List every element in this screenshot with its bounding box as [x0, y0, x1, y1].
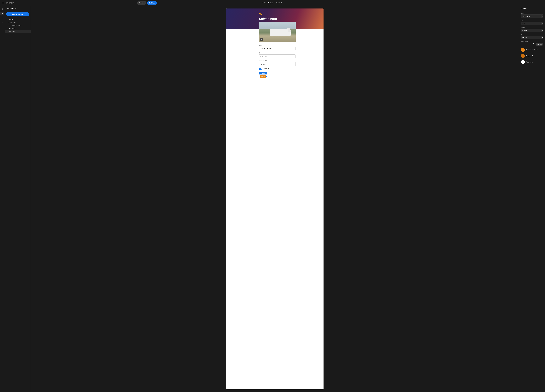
hamburger-icon[interactable]: [2, 2, 4, 4]
svg-text:T: T: [9, 25, 10, 26]
button-node-icon: [9, 30, 11, 32]
brush-icon[interactable]: [0, 16, 4, 20]
components-panel: Components Add component Screen Containe…: [5, 6, 31, 89]
svg-rect-3: [2, 9, 3, 10]
tree-save[interactable]: Save: [5, 30, 31, 33]
tree-label: Screen: [9, 19, 13, 20]
tree-label: Save: [12, 30, 15, 32]
component-tree: Screen Container T Invenotry item Form S…: [5, 18, 31, 33]
svg-rect-11: [9, 28, 11, 28]
topbar: Inventory Data Design Automate Preview P…: [0, 0, 159, 6]
components-header: Components: [5, 6, 31, 11]
svg-rect-0: [2, 2, 4, 2]
form-node-icon: [9, 28, 11, 29]
preview-button[interactable]: Preview: [137, 1, 147, 5]
add-component-button[interactable]: Add component: [6, 12, 29, 16]
top-actions: Preview Publish: [137, 1, 157, 5]
screen-node-icon: [6, 19, 8, 20]
svg-rect-6: [2, 14, 3, 14]
tree-label: Invenotry item: [12, 25, 20, 26]
screen-icon[interactable]: [0, 7, 4, 11]
publish-button[interactable]: Publish: [147, 1, 157, 5]
svg-rect-8: [8, 22, 9, 23]
tree-label: Form: [12, 28, 15, 29]
left-rail: [0, 6, 5, 89]
canvas-area: Submit form Item ID Purchase date: [31, 6, 159, 89]
svg-rect-13: [9, 31, 11, 32]
tree-inventory-item[interactable]: T Invenotry item: [5, 24, 31, 27]
app-title: Inventory: [6, 2, 14, 4]
text-node-icon: T: [9, 25, 11, 26]
tree-screen[interactable]: Screen: [5, 18, 31, 21]
tree-label: Container: [10, 22, 16, 23]
svg-rect-5: [2, 13, 3, 14]
tree-form[interactable]: Form: [5, 27, 31, 30]
container-node-icon: [8, 22, 9, 23]
svg-rect-2: [2, 3, 4, 3]
tree-icon[interactable]: [0, 12, 4, 15]
svg-rect-12: [9, 28, 11, 29]
svg-rect-4: [2, 13, 2, 13]
tree-container[interactable]: Container: [5, 21, 31, 24]
link-icon[interactable]: [0, 20, 4, 24]
svg-rect-1: [2, 3, 4, 3]
svg-rect-7: [7, 19, 8, 20]
